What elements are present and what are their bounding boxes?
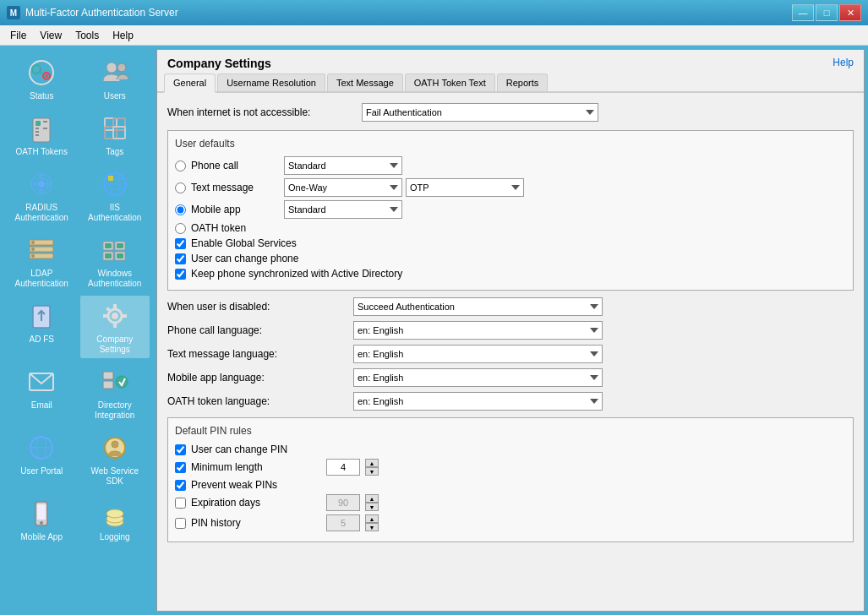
svg-rect-43 <box>117 253 123 259</box>
phone-call-select[interactable]: Standard Custom <box>284 156 402 175</box>
title-bar-left: M Multi-Factor Authentication Server <box>7 6 178 19</box>
user-change-pin-checkbox[interactable] <box>175 444 186 455</box>
min-length-up-button[interactable]: ▲ <box>365 459 379 467</box>
expiration-up-button[interactable]: ▲ <box>365 494 379 503</box>
phone-call-radio[interactable] <box>175 161 186 171</box>
svg-point-64 <box>40 521 43 525</box>
mobile-app-select[interactable]: Standard Custom <box>284 200 402 219</box>
email-icon <box>25 365 58 399</box>
main-layout: Status Users <box>0 46 868 615</box>
svg-point-7 <box>117 63 126 72</box>
prevent-weak-checkbox[interactable] <box>175 480 186 491</box>
pin-history-down-button[interactable]: ▼ <box>365 523 379 531</box>
svg-rect-40 <box>105 243 112 248</box>
ldap-label: LDAP Authentication <box>10 269 74 289</box>
user-change-phone-checkbox[interactable] <box>175 253 186 264</box>
min-length-down-button[interactable]: ▼ <box>365 467 379 476</box>
sidebar-item-oath-tokens[interactable]: OATH Tokens <box>7 108 77 161</box>
svg-rect-54 <box>103 372 113 379</box>
menu-tools[interactable]: Tools <box>68 28 106 43</box>
pin-history-spinner-buttons: ▲ ▼ <box>365 514 379 531</box>
expiration-checkbox[interactable] <box>175 498 186 509</box>
svg-rect-17 <box>105 127 117 139</box>
text-message-radio[interactable] <box>175 182 186 193</box>
sidebar-item-status[interactable]: Status <box>7 52 77 105</box>
sidebar-item-directory-integration[interactable]: Directory Integration <box>80 362 150 424</box>
sidebar-item-logging[interactable]: Logging <box>80 493 150 546</box>
expiration-down-button[interactable]: ▼ <box>365 503 379 511</box>
sidebar-item-user-portal[interactable]: User Portal <box>7 427 77 490</box>
web-service-sdk-label: Web Service SDK <box>84 466 147 487</box>
company-settings-icon <box>98 299 132 333</box>
mobile-app-row: Mobile app Standard Custom <box>175 200 846 219</box>
sidebar-item-email[interactable]: Email <box>7 362 77 424</box>
svg-rect-50 <box>103 314 108 318</box>
sidebar-item-users[interactable]: Users <box>80 52 150 105</box>
sidebar-item-web-service-sdk[interactable]: Web Service SDK <box>80 427 150 490</box>
enable-global-checkbox[interactable] <box>175 238 186 249</box>
text-message-sub-select[interactable]: OTP PIN <box>406 178 524 197</box>
mobile-app-icon <box>25 497 58 531</box>
svg-rect-51 <box>122 314 127 318</box>
oath-token-row: OATH token <box>175 222 846 234</box>
svg-rect-13 <box>43 121 47 122</box>
tab-general[interactable]: General <box>164 73 216 93</box>
expiration-input[interactable] <box>326 494 360 511</box>
svg-rect-48 <box>113 304 117 309</box>
content-area: Company Settings Help General Username R… <box>156 49 865 612</box>
restore-button[interactable]: □ <box>816 4 838 21</box>
user-defaults-section: User defaults Phone call Standard Custom… <box>167 130 854 291</box>
phone-call-label: Phone call <box>191 160 284 171</box>
tab-username-resolution[interactable]: Username Resolution <box>217 73 325 91</box>
text-message-select[interactable]: One-Way Two-Way <box>284 178 402 197</box>
sidebar-item-company-settings[interactable]: Company Settings <box>80 296 150 358</box>
sidebar-item-mobile-app[interactable]: Mobile App <box>7 493 77 546</box>
sidebar-item-iis[interactable]: IIS Authentication <box>80 164 150 226</box>
min-length-input[interactable] <box>326 459 360 476</box>
tab-text-message[interactable]: Text Message <box>327 73 403 91</box>
phone-call-row: Phone call Standard Custom <box>175 156 846 175</box>
min-length-spinner: ▲ ▼ <box>326 459 379 476</box>
close-button[interactable]: ✕ <box>839 4 861 21</box>
keep-phone-sync-checkbox[interactable] <box>175 269 186 280</box>
help-link[interactable]: Help <box>833 57 854 68</box>
oath-lang-select[interactable]: en: English fr: French <box>353 392 603 411</box>
pin-history-row: PIN history ▲ ▼ <box>175 514 846 531</box>
tags-icon <box>98 112 132 145</box>
oath-tokens-icon <box>25 112 58 145</box>
enable-global-label: Enable Global Services <box>191 237 297 249</box>
sidebar-item-adfs[interactable]: AD FS <box>7 296 77 358</box>
user-portal-icon <box>25 431 58 465</box>
mobile-app-radio[interactable] <box>175 204 186 215</box>
pin-history-checkbox[interactable] <box>175 518 186 529</box>
menu-file[interactable]: File <box>3 28 33 43</box>
phone-lang-row: Phone call language: en: English fr: Fre… <box>167 321 854 340</box>
sidebar-item-tags[interactable]: Tags <box>80 108 150 161</box>
mobile-lang-select[interactable]: en: English fr: French <box>353 368 603 387</box>
radius-icon <box>25 167 58 201</box>
text-message-label: Text message <box>191 182 284 193</box>
tab-oath-token-text[interactable]: OATH Token Text <box>405 73 495 91</box>
menu-help[interactable]: Help <box>106 28 140 43</box>
minimize-button[interactable]: — <box>792 4 814 21</box>
pin-history-up-button[interactable]: ▲ <box>365 514 379 523</box>
window-title: Multi-Factor Authentication Server <box>25 7 178 19</box>
min-length-spinner-buttons: ▲ ▼ <box>365 459 379 476</box>
min-length-checkbox[interactable] <box>175 462 186 473</box>
tab-reports[interactable]: Reports <box>497 73 549 91</box>
internet-select[interactable]: Fail Authentication Succeed Authenticati… <box>362 103 598 122</box>
directory-integration-icon <box>98 365 132 399</box>
sidebar-item-windows[interactable]: Windows Authentication <box>80 230 150 292</box>
mobile-app-label: Mobile app <box>191 204 284 215</box>
tags-label: Tags <box>106 147 123 157</box>
when-disabled-select[interactable]: Succeed Authentication Fail Authenticati… <box>353 297 603 316</box>
mobile-lang-label: Mobile app language: <box>167 372 353 384</box>
phone-lang-select[interactable]: en: English fr: French <box>353 321 603 340</box>
oath-lang-label: OATH token language: <box>167 395 353 407</box>
menu-view[interactable]: View <box>33 28 68 43</box>
text-lang-select[interactable]: en: English fr: French <box>353 345 603 363</box>
sidebar-item-ldap[interactable]: LDAP Authentication <box>7 230 77 292</box>
sidebar-item-radius[interactable]: RADIUS Authentication <box>7 164 77 226</box>
pin-history-input[interactable] <box>326 514 360 531</box>
oath-token-radio[interactable] <box>175 223 186 234</box>
